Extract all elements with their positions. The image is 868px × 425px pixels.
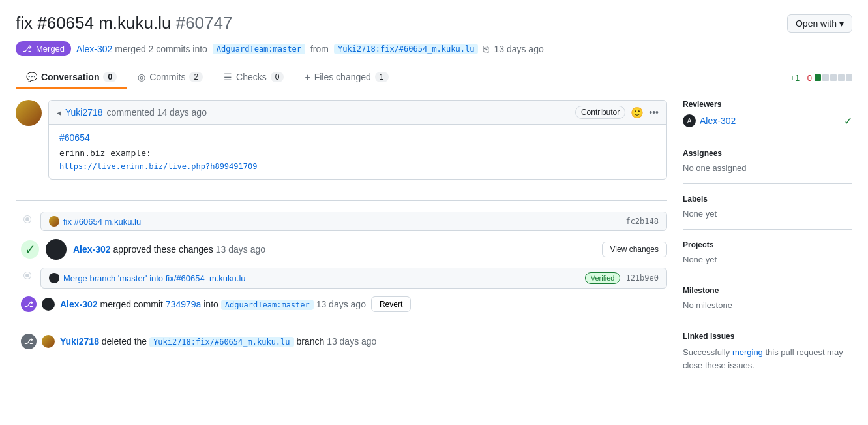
pr-meta: ⎇ Merged Alex-302 merged 2 commits into … [16,41,852,56]
labels-section: Labels None yet [683,195,852,230]
timeline-dot-2 [24,272,31,279]
content-area: ◂ Yuki2718 commented 14 days ago Contrib… [16,100,667,392]
commit-title-link[interactable]: fix #60654 m.kuku.lu [63,217,141,227]
sidebar: Reviewers A Alex-302 ✓ Assignees No one … [683,100,852,392]
assignees-section: Assignees No one assigned [683,149,852,184]
avatar-small-alex [49,273,59,283]
diff-summary: +1 −0 [790,73,852,83]
diff-bar-green [815,74,821,81]
commit-item-1: fix #60654 m.kuku.lu fc2b148 [16,212,667,231]
approved-icon: ✓ [21,240,39,259]
tab-conversation[interactable]: 💬 Conversation 0 [16,67,127,89]
commenter-link[interactable]: Yuki2718 [65,107,103,118]
approval-item: ✓ Alex-302 approved these changes 13 day… [16,239,667,260]
view-changes-button[interactable]: View changes [602,242,668,257]
linked-issues-section: Linked issues Successfully merging this … [683,332,852,382]
reviewer-avatar: A [683,114,696,127]
reviewer-link[interactable]: Alex-302 [700,116,736,126]
merge-icon: ⎇ [21,296,37,312]
diff-bar-gray-1 [822,74,829,81]
emoji-button[interactable]: 🙂 [631,106,644,119]
reviewers-section: Reviewers A Alex-302 ✓ [683,100,852,138]
deleter-link[interactable]: Yuki2718 [60,336,99,347]
diff-bar-gray-3 [838,74,845,81]
commit-title-link-2[interactable]: Merge branch 'master' into fix/#60654_m.… [63,274,246,283]
contributor-badge: Contributor [575,106,625,119]
merge-branch[interactable]: AdguardTeam:master [221,300,314,310]
comment-body: #60654 erinn.biz example: https://live.e… [49,125,666,179]
diff-bar-gray-4 [846,74,852,81]
deleted-branch: Yuki2718:fix/#60654_m.kuku.lu [149,337,294,347]
projects-section: Projects None yet [683,240,852,275]
merge-avatar-alex [42,298,55,311]
checks-icon: ☰ [224,72,232,82]
comment-block: ◂ Yuki2718 commented 14 days ago Contrib… [48,100,667,180]
pr-title: fix #60654 m.kuku.lu #60747 [16,13,232,33]
revert-button[interactable]: Revert [371,296,411,312]
commit-line-1: fix #60654 m.kuku.lu fc2b148 [40,212,667,231]
approved-checkmark: ✓ [844,115,852,127]
commit-line-2: Merge branch 'master' into fix/#60654_m.… [40,268,667,289]
merge-item: ⎇ Alex-302 merged commit 734979a into Ad… [16,296,667,312]
commit-item-2: Merge branch 'master' into fix/#60654_m.… [16,268,667,289]
avatar-small-yuki [49,216,59,227]
merged-by-link[interactable]: Alex-302 [76,44,112,54]
divider-1 [16,200,667,201]
comment-container: ◂ Yuki2718 commented 14 days ago Contrib… [16,100,667,190]
avatar-alex [46,239,67,260]
merged-badge: ⎇ Merged [16,41,71,56]
verified-badge: Verified [585,272,621,284]
approver-link[interactable]: Alex-302 [73,244,111,255]
files-icon: + [305,72,310,82]
merging-link[interactable]: merging [732,347,763,357]
tab-commits[interactable]: ◎ Commits 2 [127,67,213,89]
tab-files-changed[interactable]: + Files changed 1 [294,67,398,89]
merge-commit-link[interactable]: 734979a [166,299,202,309]
open-with-button[interactable]: Open with ▾ [787,14,852,33]
delete-item: ⎇ Yuki2718 deleted the Yuki2718:fix/#606… [16,334,667,349]
merger-link[interactable]: Alex-302 [60,299,98,309]
from-branch[interactable]: Yuki2718:fix/#60654_m.kuku.lu [334,44,479,54]
comment-header: ◂ Yuki2718 commented 14 days ago Contrib… [49,101,666,125]
url-link[interactable]: https://live.erinn.biz/live.php?h8994917… [59,162,257,171]
merge-icon: ⎇ [22,44,32,54]
chevron-down-icon: ▾ [839,18,844,29]
divider-2 [16,323,667,323]
commit-hash-2: 121b9e0 [625,274,659,283]
more-options-button[interactable]: ••• [649,107,659,118]
commit-hash-1: fc2b148 [625,217,659,226]
commits-icon: ◎ [138,72,145,82]
milestone-section: Milestone No milestone [683,286,852,321]
diff-bar-gray-2 [830,74,837,81]
tab-checks[interactable]: ☰ Checks 0 [213,67,294,89]
issue-link[interactable]: #60654 [59,133,90,143]
into-branch[interactable]: AdguardTeam:master [213,44,305,54]
delete-icon: ⎇ [21,334,37,349]
delete-avatar-yuki [42,335,55,348]
copy-icon[interactable]: ⎘ [483,44,488,54]
avatar-yuki [16,100,42,126]
tabs-bar: 💬 Conversation 0 ◎ Commits 2 ☰ Checks 0 … [16,67,852,89]
timeline-dot [24,216,31,223]
conversation-icon: 💬 [26,72,37,82]
